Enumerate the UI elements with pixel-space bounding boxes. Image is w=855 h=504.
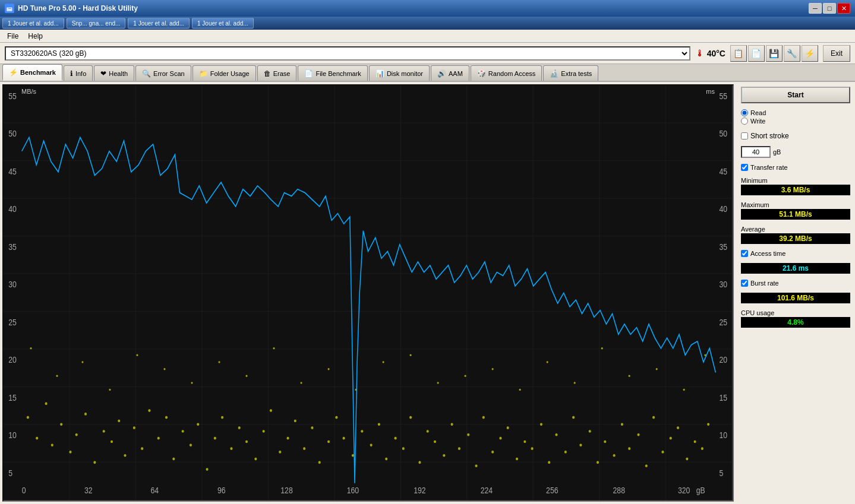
temperature-value: 40°C <box>707 49 725 58</box>
benchmark-tab-icon: ⚡ <box>9 68 18 77</box>
svg-text:30: 30 <box>720 280 728 289</box>
taskbar-item-4[interactable]: 1 Jouer et al. add... <box>192 18 254 28</box>
svg-point-98 <box>507 426 509 429</box>
short-stroke-input[interactable] <box>741 146 771 158</box>
svg-point-66 <box>254 458 257 461</box>
svg-point-40 <box>45 402 48 405</box>
tab-aam[interactable]: 🔊 AAM <box>431 65 469 81</box>
tab-benchmark[interactable]: ⚡ Benchmark <box>2 64 62 81</box>
tab-extra-tests[interactable]: 🔬 Extra tests <box>543 65 598 81</box>
svg-point-147 <box>656 368 658 370</box>
mode-radio-group: Read Write <box>741 107 850 127</box>
toolbar-btn-1[interactable]: 📋 <box>730 45 747 62</box>
svg-point-132 <box>245 375 247 377</box>
svg-point-86 <box>409 416 412 419</box>
health-tab-icon: ❤ <box>100 69 106 78</box>
tab-info[interactable]: ℹ Info <box>64 65 93 81</box>
svg-point-141 <box>492 368 494 370</box>
drive-selector[interactable]: ST3320620AS (320 gB) <box>5 46 690 61</box>
svg-point-45 <box>84 413 87 416</box>
title-bar: 🖴 HD Tune Pro 5.00 - Hard Disk Utility ─… <box>0 0 855 17</box>
svg-point-113 <box>628 447 630 450</box>
access-time-checkbox-row[interactable]: Access time <box>741 250 850 257</box>
svg-point-59 <box>197 423 199 426</box>
svg-text:35: 35 <box>720 243 728 252</box>
svg-point-49 <box>118 420 120 423</box>
radio-write-input[interactable] <box>741 118 748 125</box>
svg-point-129 <box>163 368 165 370</box>
svg-point-70 <box>286 437 289 440</box>
svg-point-81 <box>370 443 373 446</box>
svg-point-95 <box>482 416 485 419</box>
tab-health[interactable]: ❤ Health <box>94 65 134 81</box>
svg-point-73 <box>311 426 313 429</box>
transfer-rate-checkbox[interactable] <box>741 164 748 171</box>
radio-read-input[interactable] <box>741 109 748 116</box>
burst-rate-checkbox-row[interactable]: Burst rate <box>741 280 850 287</box>
benchmark-chart: 55 50 45 40 35 30 25 20 15 10 5 55 50 45… <box>4 85 733 500</box>
svg-point-114 <box>637 433 639 436</box>
svg-point-109 <box>597 461 599 464</box>
svg-point-100 <box>523 440 526 443</box>
svg-point-57 <box>182 430 184 433</box>
svg-point-87 <box>418 461 421 464</box>
short-stroke-checkbox[interactable] <box>741 132 748 140</box>
menu-help[interactable]: Help <box>23 31 48 42</box>
svg-point-146 <box>629 375 630 377</box>
svg-text:5: 5 <box>720 468 724 478</box>
tab-error-scan[interactable]: 🔍 Error Scan <box>135 65 191 81</box>
tab-file-benchmark[interactable]: 📄 File Benchmark <box>298 65 367 81</box>
svg-point-94 <box>475 464 477 467</box>
tab-random-access[interactable]: 🎲 Random Access <box>471 65 542 81</box>
svg-text:128: 128 <box>280 486 292 496</box>
svg-text:25: 25 <box>8 318 17 328</box>
toolbar-btn-5[interactable]: ⚡ <box>802 45 818 62</box>
taskbar-item-2[interactable]: Snp... gna... end... <box>67 18 126 28</box>
radio-read[interactable]: Read <box>741 109 850 116</box>
taskbar-item-3[interactable]: 1 Jouer et al. add... <box>128 18 190 28</box>
svg-point-65 <box>245 440 248 443</box>
svg-text:45: 45 <box>720 167 728 177</box>
window-controls: ─ □ ✕ <box>809 3 850 14</box>
tab-erase[interactable]: 🗑 Erase <box>257 65 297 81</box>
svg-point-85 <box>402 447 405 450</box>
tab-folder-usage[interactable]: 📁 Folder Usage <box>193 65 256 81</box>
svg-text:55: 55 <box>720 92 728 102</box>
tab-disk-monitor[interactable]: 📊 Disk monitor <box>369 65 430 81</box>
minimum-label: Minimum <box>741 177 850 184</box>
transfer-rate-checkbox-row[interactable]: Transfer rate <box>741 164 850 171</box>
erase-tab-icon: 🗑 <box>264 69 271 78</box>
toolbar-btn-4[interactable]: 🔧 <box>784 45 800 62</box>
svg-point-111 <box>613 454 616 457</box>
access-time-checkbox[interactable] <box>741 250 748 257</box>
svg-point-91 <box>451 423 453 426</box>
benchmark-tab-label: Benchmark <box>20 69 56 76</box>
folder-usage-tab-icon: 📁 <box>199 69 208 78</box>
drive-bar: ST3320620AS (320 gB) 🌡 40°C 📋 📄 💾 🔧 ⚡ Ex… <box>0 43 855 64</box>
burst-rate-checkbox[interactable] <box>741 280 748 287</box>
toolbar-btn-3[interactable]: 💾 <box>766 45 783 62</box>
random-access-tab-icon: 🎲 <box>477 69 486 78</box>
menu-file[interactable]: File <box>2 31 23 42</box>
minimize-button[interactable]: ─ <box>809 3 822 14</box>
toolbar-btn-2[interactable]: 📄 <box>748 45 765 62</box>
svg-point-115 <box>645 464 648 467</box>
start-button[interactable]: Start <box>741 87 850 103</box>
maximize-button[interactable]: □ <box>823 3 836 14</box>
taskbar-item-1[interactable]: 1 Jouer et al. add... <box>2 18 64 28</box>
svg-point-122 <box>701 447 703 450</box>
minimum-value: 3.6 MB/s <box>741 185 850 195</box>
svg-point-80 <box>361 430 363 433</box>
burst-rate-value: 101.6 MB/s <box>741 293 850 303</box>
svg-text:320: 320 <box>678 486 690 496</box>
svg-point-103 <box>548 461 550 464</box>
svg-text:5: 5 <box>8 468 12 478</box>
exit-button[interactable]: Exit <box>823 45 850 62</box>
radio-write[interactable]: Write <box>741 118 850 125</box>
svg-point-69 <box>279 451 281 454</box>
svg-point-140 <box>465 375 466 377</box>
close-button[interactable]: ✕ <box>837 3 850 14</box>
aam-tab-label: AAM <box>449 70 463 77</box>
file-benchmark-tab-label: File Benchmark <box>316 70 361 77</box>
svg-point-61 <box>214 437 216 440</box>
